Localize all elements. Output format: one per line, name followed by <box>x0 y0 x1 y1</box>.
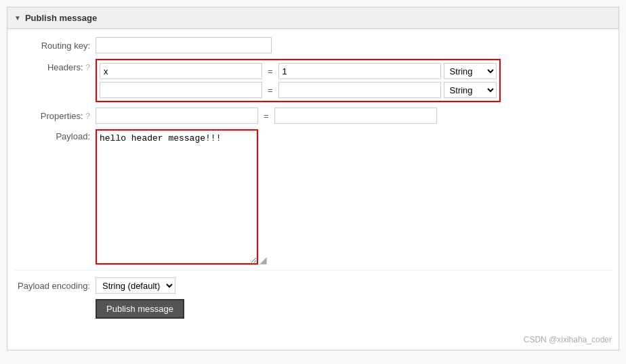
headers-section: = String Number Boolean = String Numb <box>96 59 501 102</box>
header-eq-1: = <box>265 66 276 76</box>
properties-eq: = <box>261 111 272 121</box>
payload-label: Payload: <box>14 129 96 141</box>
headers-row: Headers: ? = String Number Boolean <box>14 59 612 102</box>
header-eq-2: = <box>265 85 276 95</box>
headers-label: Headers: ? <box>14 59 96 72</box>
routing-key-row: Routing key: <box>14 37 612 53</box>
panel-title: Publish message <box>25 13 97 23</box>
watermark: CSDN @xixihaha_coder <box>7 332 619 350</box>
payload-textarea[interactable]: hello header message!!! <box>96 129 258 265</box>
header-type-select-2[interactable]: String Number Boolean <box>444 82 497 98</box>
publish-button-row: Publish message <box>14 299 612 319</box>
collapse-icon[interactable]: ▼ <box>14 14 21 22</box>
publish-message-button[interactable]: Publish message <box>96 299 184 319</box>
header-key-input-2[interactable] <box>100 82 262 98</box>
properties-section: = <box>96 108 437 124</box>
header-val-input-1[interactable] <box>278 63 441 79</box>
resize-handle[interactable]: ◢ <box>259 255 267 265</box>
panel-header: ▼ Publish message <box>7 7 619 29</box>
publish-message-panel: ▼ Publish message Routing key: Headers: … <box>7 7 619 350</box>
payload-row: Payload: hello header message!!! ◢ <box>14 129 612 265</box>
payload-encoding-select[interactable]: String (default) Base64 <box>96 277 175 294</box>
payload-encoding-row: Payload encoding: String (default) Base6… <box>14 270 612 294</box>
header-val-input-2[interactable] <box>278 82 441 98</box>
properties-val-input[interactable] <box>274 108 437 124</box>
header-row-1: = String Number Boolean <box>100 63 497 79</box>
routing-key-label: Routing key: <box>14 41 96 51</box>
header-key-input-1[interactable] <box>100 63 262 79</box>
headers-help-icon[interactable]: ? <box>85 63 90 72</box>
payload-encoding-label: Payload encoding: <box>14 281 96 291</box>
panel-body: Routing key: Headers: ? = String Number … <box>7 29 619 332</box>
header-type-select-1[interactable]: String Number Boolean <box>444 63 497 79</box>
properties-help-icon[interactable]: ? <box>85 112 90 121</box>
properties-key-input[interactable] <box>96 108 258 124</box>
properties-label: Properties: ? <box>14 111 96 121</box>
header-row-2: = String Number Boolean <box>100 82 497 98</box>
routing-key-input[interactable] <box>96 37 272 53</box>
properties-row: Properties: ? = <box>14 108 612 124</box>
